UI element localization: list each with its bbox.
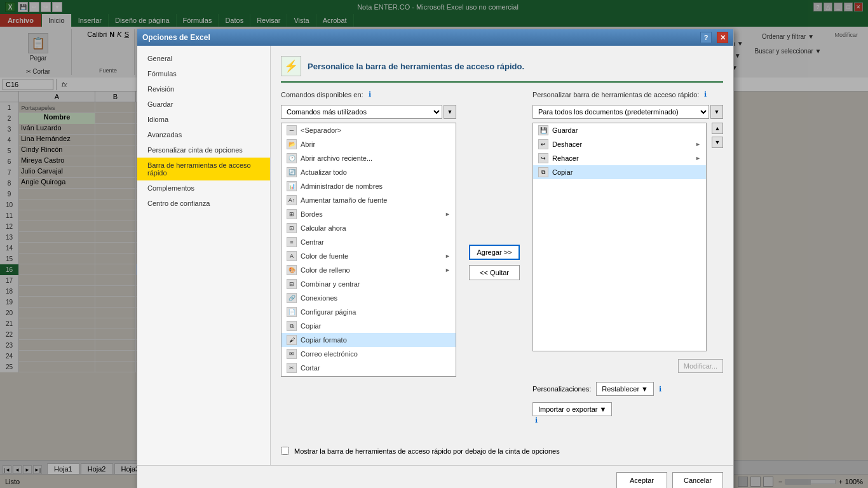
list-item[interactable]: A↑Aumentar tamaño de fuente <box>281 193 456 207</box>
sidebar-item-complementos[interactable]: Complementos <box>137 180 270 196</box>
list-item[interactable]: 💾Guardar <box>533 123 706 137</box>
modal-body: General Fórmulas Revisión Guardar Idioma… <box>137 46 733 465</box>
list-item[interactable]: ⊟Combinar y centrar <box>281 277 456 291</box>
sidebar-item-general[interactable]: General <box>137 51 270 66</box>
modal-close-btn[interactable]: ✕ <box>717 32 728 43</box>
add-button[interactable]: Agregar >> <box>469 245 520 260</box>
list-item[interactable]: ↩Deshacer► <box>533 137 706 151</box>
customize-dropdown-btn[interactable]: ▼ <box>710 105 723 119</box>
cmd-label: Bordes <box>301 210 323 218</box>
commands-dropdown-label: Comandos disponibles en: <box>281 91 363 98</box>
right-scroll-btns: ▲ ▼ <box>709 123 723 351</box>
sidebar-item-formulas[interactable]: Fórmulas <box>137 66 270 81</box>
import-export-button[interactable]: Importar o exportar ▼ <box>532 402 612 416</box>
cmd-label: Configurar página <box>301 308 356 316</box>
move-up-btn[interactable]: ▲ <box>712 123 723 134</box>
cancel-button[interactable]: Cancelar <box>672 472 723 488</box>
list-item[interactable]: ✂Cortar <box>281 361 456 375</box>
sidebar-item-revision[interactable]: Revisión <box>137 81 270 97</box>
list-item[interactable]: ⊞Bordes► <box>281 207 456 221</box>
list-item[interactable]: ↪Rehacer► <box>533 151 706 165</box>
customize-help-icon[interactable]: ℹ <box>704 90 707 98</box>
import-help-icon[interactable]: ℹ <box>535 416 538 424</box>
personalizations-label: Personalizaciones: <box>532 385 591 393</box>
list-item[interactable]: ─<Separador> <box>281 123 456 137</box>
list-item[interactable]: 🖌Copiar formato <box>281 333 456 347</box>
content-heading: Personalice la barra de herramientas de … <box>308 62 524 71</box>
restore-button[interactable]: Restablecer ▼ <box>596 382 654 396</box>
commands-right: Personalizar barra de herramientas de ac… <box>532 90 723 434</box>
modal-controls: ? ✕ <box>700 32 728 43</box>
modify-button[interactable]: Modificar... <box>678 359 723 373</box>
commands-list: ─<Separador>📂Abrir🕐Abrir archivo recient… <box>281 123 456 377</box>
list-item[interactable]: 🔄Actualizar todo <box>281 165 456 179</box>
cmd-icon: 🔄 <box>287 167 297 177</box>
checkbox-label: Mostrar la barra de herramientas de acce… <box>294 447 560 455</box>
list-item[interactable]: ✉Correo electrónico <box>281 347 456 361</box>
cmd-label: Centrar <box>301 238 324 246</box>
cmd-label: Calcular ahora <box>301 224 346 232</box>
commands-left: Comandos disponibles en: ℹ Comandos más … <box>281 90 456 434</box>
center-buttons: Agregar >> << Quitar <box>464 245 525 280</box>
remove-button[interactable]: << Quitar <box>469 265 520 280</box>
cmd-submenu-arrow: ► <box>445 211 451 217</box>
sidebar-item-barra-acceso[interactable]: Barra de herramientas de acceso rápido <box>137 158 270 180</box>
cmd-icon: ⊡ <box>287 223 297 233</box>
modal-help-btn[interactable]: ? <box>700 32 712 43</box>
cmd-label: Copiar <box>301 322 321 330</box>
customize-select-row: Para todos los documentos (predeterminad… <box>532 105 723 119</box>
customize-label-row: Personalizar barra de herramientas de ac… <box>532 90 723 98</box>
content-header: ⚡ Personalice la barra de herramientas d… <box>281 56 723 83</box>
list-item[interactable]: 🕐Abrir archivo reciente... <box>281 151 456 165</box>
sidebar-item-avanzadas[interactable]: Avanzadas <box>137 127 270 142</box>
commands-help-icon[interactable]: ℹ <box>369 90 371 98</box>
cmd-label: Conexiones <box>301 294 337 302</box>
cmd-icon: 📂 <box>287 139 297 149</box>
excel-options-dialog: Opciones de Excel ? ✕ General Fórmulas R… <box>137 29 734 488</box>
cmd-label: Abrir archivo reciente... <box>301 154 372 162</box>
cmd-submenu-arrow: ► <box>445 253 451 259</box>
cmd-icon: ⊞ <box>287 209 297 219</box>
ok-button[interactable]: Aceptar <box>616 472 667 488</box>
right-cmd-icon: ↪ <box>538 153 548 163</box>
cmd-icon: ─ <box>287 125 297 135</box>
cmd-icon: ⊟ <box>287 279 297 289</box>
list-item[interactable]: ≡Centrar <box>281 235 456 249</box>
app-frame: X 💾 ↩ ↪ ▼ Nota ENTER.CO - Microsoft Exce… <box>0 0 868 488</box>
sidebar-item-centro-confianza[interactable]: Centro de confianza <box>137 196 270 211</box>
right-list-with-scroll: 💾Guardar↩Deshacer►↪Rehacer►⧉Copiar ▲ ▼ <box>532 123 723 351</box>
commands-section: Comandos disponibles en: ℹ Comandos más … <box>281 90 723 434</box>
list-item[interactable]: 📄Configurar página <box>281 305 456 319</box>
show-below-checkbox[interactable] <box>281 447 289 455</box>
list-item[interactable]: 📂Abrir <box>281 137 456 151</box>
list-item[interactable]: 📊Administrador de nombres <box>281 179 456 193</box>
cmd-icon: 📄 <box>287 307 297 317</box>
list-item[interactable]: ⊡Calcular ahora <box>281 221 456 235</box>
sidebar-item-idioma[interactable]: Idioma <box>137 112 270 127</box>
list-item[interactable]: 🔗Conexiones <box>281 291 456 305</box>
cmd-icon: 🎨 <box>287 265 297 275</box>
sidebar-item-guardar[interactable]: Guardar <box>137 97 270 112</box>
import-export-row: Importar o exportar ▼ ℹ <box>532 402 723 424</box>
list-item[interactable]: ⧉Copiar <box>281 319 456 333</box>
customize-select[interactable]: Para todos los documentos (predeterminad… <box>532 105 709 119</box>
right-list: 💾Guardar↩Deshacer►↪Rehacer►⧉Copiar <box>532 123 707 351</box>
commands-dropdown-btn[interactable]: ▼ <box>444 105 456 119</box>
cmd-icon: A <box>287 251 297 261</box>
cmd-icon: A↑ <box>287 195 297 205</box>
list-item[interactable]: 🎨Color de relleno► <box>281 263 456 277</box>
cmd-label: Color de relleno <box>301 266 350 274</box>
right-cmd-label: Copiar <box>552 168 573 176</box>
list-item[interactable]: 📈Crear gráfico <box>281 375 456 377</box>
modal-main-content: ⚡ Personalice la barra de herramientas d… <box>271 46 733 465</box>
sidebar-item-personalizar-cinta[interactable]: Personalizar cinta de opciones <box>137 142 270 158</box>
cmd-label: Cortar <box>301 364 320 372</box>
list-item[interactable]: AColor de fuente► <box>281 249 456 263</box>
modal-sidebar: General Fórmulas Revisión Guardar Idioma… <box>137 46 271 465</box>
restore-help-icon[interactable]: ℹ <box>659 385 661 393</box>
modal-overlay: Opciones de Excel ? ✕ General Fórmulas R… <box>0 0 868 488</box>
commands-select[interactable]: Comandos más utilizados <box>281 105 442 119</box>
list-item[interactable]: ⧉Copiar <box>533 165 706 179</box>
checkbox-row: Mostrar la barra de herramientas de acce… <box>281 447 723 455</box>
move-down-btn[interactable]: ▼ <box>712 137 723 148</box>
